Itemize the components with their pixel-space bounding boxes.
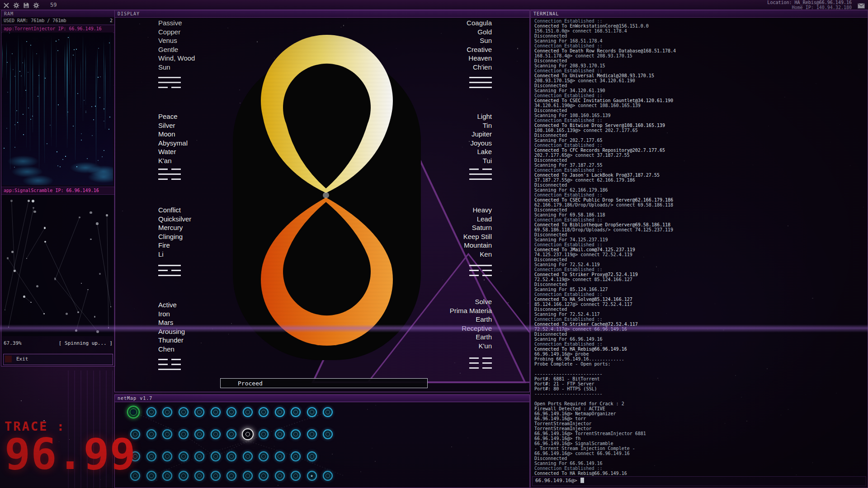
display-word[interactable]: Lake [470, 147, 492, 156]
display-word[interactable]: Mountain [463, 241, 492, 250]
netmap-node[interactable] [211, 429, 221, 439]
netmap-node[interactable] [179, 471, 189, 481]
netmap-node[interactable] [226, 429, 236, 439]
settings-gear-icon[interactable] [33, 2, 39, 8]
display-word[interactable]: Jupiter [470, 130, 492, 139]
netmap-node[interactable] [259, 407, 269, 417]
display-word[interactable]: Keep Still [463, 232, 492, 241]
netmap-node[interactable] [162, 451, 172, 461]
netmap-node-home[interactable] [127, 406, 140, 418]
display-word[interactable]: Arousing [158, 327, 185, 336]
close-icon[interactable] [3, 2, 9, 8]
display-word[interactable]: Water [158, 147, 188, 156]
display-word[interactable]: Tui [470, 156, 492, 165]
display-word[interactable]: Mercury [158, 223, 191, 232]
display-word[interactable]: Heavy [463, 206, 492, 215]
netmap-node[interactable] [194, 471, 204, 481]
display-word[interactable]: Wind, Wood [158, 54, 195, 63]
netmap-node-star[interactable]: ★ [307, 471, 317, 481]
netmap-node[interactable] [162, 407, 172, 417]
netmap-node[interactable] [275, 471, 285, 481]
display-word[interactable]: K'un [450, 342, 492, 351]
display-word[interactable]: Saturn [463, 223, 492, 232]
display-word[interactable]: Sun [158, 63, 195, 72]
display-word[interactable]: Fire [158, 241, 191, 250]
netmap-node[interactable] [291, 451, 301, 461]
display-word[interactable]: Silver [158, 121, 188, 130]
app-row-torrentinjector[interactable]: app:TorrentInjector IP: 66.96.149.16 [1, 25, 115, 33]
display-word[interactable]: Moon [158, 130, 188, 139]
display-word[interactable]: Copper [158, 28, 195, 37]
display-word[interactable]: Conflict [158, 206, 191, 215]
display-word[interactable]: Earth [450, 315, 492, 324]
terminal-input[interactable]: 66.96.149.16@> [532, 476, 866, 486]
netmap-node[interactable] [243, 471, 253, 481]
display-word[interactable]: Passive [158, 19, 195, 28]
display-word[interactable]: Solve [450, 297, 492, 306]
display-word[interactable]: Creative [467, 45, 492, 54]
display-word[interactable]: Clinging [158, 232, 191, 241]
display-word[interactable]: Abysymal [158, 139, 188, 148]
netmap-node[interactable] [179, 451, 189, 461]
netmap-node[interactable] [243, 407, 253, 417]
netmap-node[interactable] [194, 451, 204, 461]
save-icon[interactable] [23, 2, 29, 8]
display-word[interactable]: Earth [450, 333, 492, 342]
netmap-node[interactable] [146, 451, 156, 461]
netmap-node[interactable] [275, 429, 285, 439]
netmap-node[interactable] [226, 407, 236, 417]
display-word[interactable]: Mars [158, 318, 185, 327]
display-word[interactable]: Heaven [467, 54, 492, 63]
netmap-node[interactable] [259, 429, 269, 439]
netmap-node[interactable] [259, 471, 269, 481]
display-word[interactable]: Chen [158, 345, 185, 354]
display-word[interactable]: K'an [158, 156, 188, 165]
netmap-node[interactable] [211, 471, 221, 481]
netmap-node[interactable] [226, 451, 236, 461]
netmap-node[interactable] [291, 471, 301, 481]
display-word[interactable]: Sun [467, 36, 492, 45]
display-word[interactable]: Gold [467, 28, 492, 37]
display-word[interactable]: Li [158, 250, 191, 259]
display-word[interactable]: Prima Materia [450, 306, 492, 315]
display-word[interactable]: Joyous [470, 139, 492, 148]
netmap-node[interactable] [243, 451, 253, 461]
netmap-node[interactable] [323, 471, 333, 481]
netmap-node[interactable] [146, 429, 156, 439]
netmap-node[interactable] [146, 471, 156, 481]
display-word[interactable]: Lead [463, 215, 492, 224]
netmap-node[interactable] [291, 429, 301, 439]
netmap-node[interactable] [162, 429, 172, 439]
netmap-node[interactable] [194, 407, 204, 417]
display-word[interactable]: Ch'ien [467, 63, 492, 72]
netmap-node[interactable] [307, 451, 317, 461]
netmap-node[interactable] [194, 429, 204, 439]
display-word[interactable]: Quicksilver [158, 215, 191, 224]
netmap-node[interactable] [275, 407, 285, 417]
gear-icon[interactable] [13, 2, 19, 8]
display-word[interactable]: Active [158, 300, 185, 310]
display-word[interactable]: Tin [470, 121, 492, 130]
display-word[interactable]: Gentle [158, 45, 195, 54]
netmap-node[interactable] [323, 407, 333, 417]
display-word[interactable]: Thunder [158, 336, 185, 345]
app-row-signalscramble[interactable]: app:SignalScramble IP: 66.96.149.16 [1, 187, 115, 195]
display-word[interactable]: Ken [463, 250, 492, 259]
display-word[interactable]: Coagula [467, 19, 492, 28]
netmap-node[interactable] [146, 407, 156, 417]
display-word[interactable]: Venus [158, 36, 195, 45]
netmap-node[interactable] [162, 471, 172, 481]
display-word[interactable]: Iron [158, 310, 185, 319]
netmap-node[interactable] [307, 429, 317, 439]
mail-icon[interactable] [858, 2, 865, 10]
netmap-node[interactable] [275, 451, 285, 461]
netmap-node[interactable] [291, 407, 301, 417]
netmap-node[interactable] [307, 407, 317, 417]
exit-button[interactable]: Exit [3, 354, 113, 365]
display-word[interactable]: Receptive [450, 324, 492, 333]
netmap-node[interactable] [323, 429, 333, 439]
netmap-node[interactable] [226, 471, 236, 481]
netmap-node[interactable] [211, 407, 221, 417]
proceed-button[interactable]: Proceed [220, 378, 428, 388]
display-word[interactable]: Peace [158, 112, 188, 121]
